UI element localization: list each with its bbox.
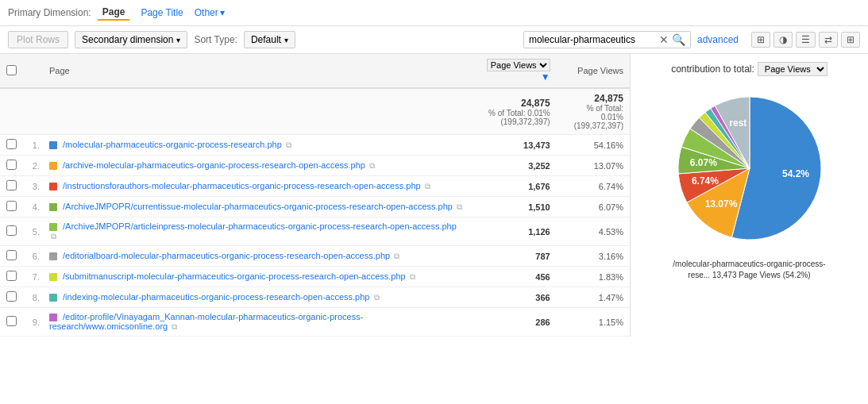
row-color-dot <box>49 203 57 211</box>
row-pageviews: 787 <box>469 246 557 267</box>
row-checkbox[interactable] <box>0 217 23 246</box>
col-rownum <box>23 54 43 88</box>
copy-icon[interactable]: ⧉ <box>172 322 177 331</box>
row-checkbox[interactable] <box>0 156 23 176</box>
tab-page-title[interactable]: Page Title <box>136 6 187 20</box>
copy-icon[interactable]: ⧉ <box>425 182 430 190</box>
row-page: /instructionsforauthors-molecular-pharma… <box>43 176 469 197</box>
top-bar: Primary Dimension: Page Page Title Other… <box>0 0 868 26</box>
row-pct: 1.47% <box>557 287 630 308</box>
table-row: 9. /editor-profile/Vinayagam_Kannan-mole… <box>0 308 630 337</box>
col-page: Page <box>43 54 469 88</box>
toolbar: Plot Rows Secondary dimension ▾ Sort Typ… <box>0 26 868 54</box>
row-checkbox[interactable] <box>0 246 23 267</box>
page-link[interactable]: /indexing-molecular-pharmaceutics-organi… <box>63 292 369 302</box>
copy-icon[interactable]: ⧉ <box>286 140 291 149</box>
grid-view-icon[interactable]: ⊞ <box>751 32 770 48</box>
copy-icon[interactable]: ⧉ <box>394 252 399 260</box>
select-all-checkbox[interactable] <box>6 65 17 75</box>
summary-pageviews: 24,875 % of Total: 0.01% (199,372,397) <box>469 88 557 135</box>
secondary-dimension-dropdown[interactable]: Secondary dimension ▾ <box>75 31 187 48</box>
row-pct: 1.83% <box>557 267 630 287</box>
chart-header: contribution to total: Page Views <box>671 62 827 76</box>
page-link[interactable]: /editorialboard-molecular-pharmaceutics-… <box>63 251 390 260</box>
table-row: 5. /ArchiveJMPOPR/articleinpress-molecul… <box>0 217 630 246</box>
row-pct: 3.16% <box>557 246 630 267</box>
row-pageviews: 3,252 <box>469 156 557 176</box>
row-page: /editor-profile/Vinayagam_Kannan-molecul… <box>43 308 469 337</box>
copy-icon[interactable]: ⧉ <box>51 232 56 240</box>
page-link[interactable]: /molecular-pharmaceutics-organic-process… <box>63 140 282 149</box>
table-row: 6. /editorialboard-molecular-pharmaceuti… <box>0 246 630 267</box>
pie-label: 13.07% <box>704 198 737 210</box>
plot-rows-button[interactable]: Plot Rows <box>8 31 68 48</box>
search-clear-button[interactable]: ✕ <box>659 33 669 46</box>
row-page: /molecular-pharmaceutics-organic-process… <box>43 135 469 156</box>
row-color-dot <box>49 223 57 231</box>
row-color-dot <box>49 314 57 321</box>
copy-icon[interactable]: ⧉ <box>374 293 380 302</box>
page-link[interactable]: /editor-profile/Vinayagam_Kannan-molecul… <box>49 312 363 331</box>
advanced-link[interactable]: advanced <box>697 34 739 45</box>
sort-type-label: Sort Type: <box>194 34 237 45</box>
compare-icon[interactable]: ⇄ <box>819 32 838 48</box>
row-pct: 54.16% <box>557 135 630 156</box>
sort-default-dropdown[interactable]: Default ▾ <box>244 31 295 48</box>
row-checkbox[interactable] <box>0 267 23 287</box>
row-page: /archive-molecular-pharmaceutics-organic… <box>43 156 469 176</box>
row-checkbox[interactable] <box>0 197 23 217</box>
table-row: 7. /submitmanuscript-molecular-pharmaceu… <box>0 267 630 287</box>
row-page: /indexing-molecular-pharmaceutics-organi… <box>43 287 469 308</box>
row-pct: 13.07% <box>557 156 630 176</box>
search-submit-button[interactable]: 🔍 <box>672 33 685 46</box>
page-link[interactable]: /ArchiveJMPOPR/articleinpress-molecular-… <box>63 221 457 231</box>
row-checkbox[interactable] <box>0 135 23 156</box>
copy-icon[interactable]: ⧉ <box>457 202 462 211</box>
table-row: 8. /indexing-molecular-pharmaceutics-org… <box>0 287 630 308</box>
pie-label: 6.74% <box>691 175 718 187</box>
col-pageviews2: Page Views <box>557 54 630 88</box>
row-number: 3. <box>23 176 43 197</box>
tab-page[interactable]: Page <box>98 5 130 21</box>
pie-view-icon[interactable]: ◑ <box>773 32 793 48</box>
page-link[interactable]: /submitmanuscript-molecular-pharmaceutic… <box>63 271 406 281</box>
summary-pageviews2: 24,875 % of Total: 0.01% (199,372,397) <box>557 88 630 135</box>
row-color-dot <box>49 252 57 260</box>
row-page: /editorialboard-molecular-pharmaceutics-… <box>43 246 469 267</box>
table-section: Page Page Views ▼ Page Views 24,875 <box>0 54 630 337</box>
copy-icon[interactable]: ⧉ <box>410 272 415 281</box>
row-pct: 6.74% <box>557 176 630 197</box>
row-number: 6. <box>23 246 43 267</box>
row-number: 4. <box>23 197 43 217</box>
page-link[interactable]: /ArchiveJMPOPR/currentissue-molecular-ph… <box>63 202 453 211</box>
copy-icon[interactable]: ⧉ <box>369 161 375 170</box>
table-row: 2. /archive-molecular-pharmaceutics-orga… <box>0 156 630 176</box>
row-pageviews: 366 <box>469 287 557 308</box>
row-checkbox[interactable] <box>0 287 23 308</box>
main-content: Page Page Views ▼ Page Views 24,875 <box>0 54 868 337</box>
row-color-dot <box>49 183 57 190</box>
pie-label: 54.2% <box>782 168 809 179</box>
pivot-icon[interactable]: ⊞ <box>841 32 860 48</box>
chart-section: contribution to total: Page Views 54.2%1… <box>630 54 868 337</box>
row-number: 9. <box>23 308 43 337</box>
search-box: ✕ 🔍 <box>523 31 691 48</box>
pie-chart: 54.2%13.07%6.74%6.07%rest <box>662 81 837 256</box>
chart-metric-select[interactable]: Page Views <box>758 62 827 76</box>
primary-dim-label: Primary Dimension: <box>8 7 91 18</box>
view-icons: ⊞ ◑ ☰ ⇄ ⊞ <box>751 32 860 48</box>
pageviews-select[interactable]: Page Views <box>487 59 550 71</box>
tab-other[interactable]: Other ▾ <box>195 7 225 18</box>
page-link[interactable]: /instructionsforauthors-molecular-pharma… <box>63 181 421 190</box>
list-view-icon[interactable]: ☰ <box>796 32 816 48</box>
row-pageviews: 286 <box>469 308 557 337</box>
page-link[interactable]: /archive-molecular-pharmaceutics-organic… <box>63 160 365 170</box>
row-page: /ArchiveJMPOPR/currentissue-molecular-ph… <box>43 197 469 217</box>
table-row: 1. /molecular-pharmaceutics-organic-proc… <box>0 135 630 156</box>
row-checkbox[interactable] <box>0 176 23 197</box>
row-number: 1. <box>23 135 43 156</box>
pie-label: 6.07% <box>689 157 716 168</box>
row-pageviews: 13,473 <box>469 135 557 156</box>
row-checkbox[interactable] <box>0 308 23 337</box>
search-input[interactable] <box>529 34 656 45</box>
